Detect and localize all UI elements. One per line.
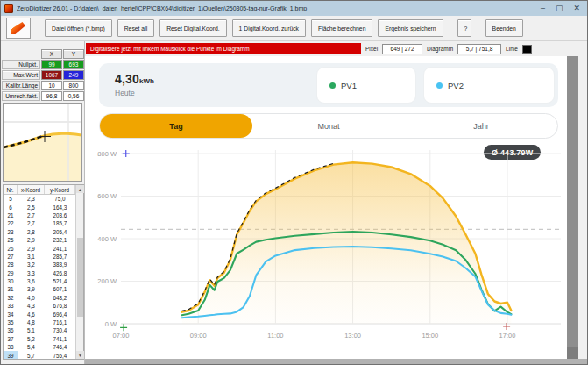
- legend-chip-pv2[interactable]: PV2: [423, 67, 555, 104]
- cell-nr: 32: [4, 294, 18, 302]
- calibration-row: Max.Wert1067249: [2, 70, 84, 80]
- scroll-down-icon[interactable]: ▼: [76, 351, 84, 359]
- reset-all-button[interactable]: Reset all: [117, 19, 154, 37]
- pv1-label: PV1: [341, 81, 357, 90]
- energy-value: 4,30: [115, 72, 139, 86]
- tab-jahr[interactable]: Jahr: [405, 114, 557, 138]
- help-button[interactable]: ?: [457, 19, 471, 37]
- cell-y-koord: 746,4: [45, 343, 75, 351]
- bottom-edge: [85, 359, 588, 365]
- app-window: ZeroDigitizer 26.01 - D:\daten\_daten_he…: [0, 0, 588, 365]
- table-row[interactable]: 313,9607,1: [4, 285, 75, 293]
- calib-row-label: Max.Wert: [2, 70, 40, 80]
- cell-nr: 30: [4, 277, 18, 285]
- save-result-button[interactable]: Ergebnis speichern: [378, 19, 443, 37]
- title-bar: ZeroDigitizer 26.01 - D:\daten\_daten_he…: [1, 1, 587, 16]
- cell-nr: 36: [4, 326, 18, 334]
- cell-nr: 35: [4, 318, 18, 326]
- table-row[interactable]: 262,9241,1: [4, 244, 75, 252]
- cell-nr: 39: [4, 351, 18, 359]
- cell-x-koord: 2,7: [18, 219, 45, 227]
- svg-text:07:00: 07:00: [113, 332, 130, 340]
- table-scrollbar[interactable]: ▲ ▼: [75, 185, 83, 359]
- status-row: Digitalisiere jetzt mit linkem Mausklick…: [86, 41, 588, 56]
- calib-value-x: 99: [41, 60, 62, 69]
- quit-button[interactable]: Beenden: [485, 19, 523, 37]
- cell-y-koord: 521,4: [45, 277, 75, 285]
- svg-text:11:00: 11:00: [267, 332, 283, 340]
- undo-one-coord-button[interactable]: 1 Digital.Koord. zurück: [232, 19, 306, 37]
- cell-y-koord: 75,0: [45, 195, 75, 203]
- energy-period: Heute: [115, 89, 154, 97]
- max-y-marker: [123, 150, 130, 157]
- table-row[interactable]: 324,0648,2: [4, 294, 75, 302]
- table-row[interactable]: 385,4746,4: [4, 343, 75, 351]
- maximize-button[interactable]: ▢: [556, 4, 563, 12]
- calib-value-x: 1067: [41, 70, 62, 80]
- table-row[interactable]: 283,2383,9: [4, 261, 75, 268]
- open-file-button[interactable]: Datei öffnen (*.bmp): [45, 19, 112, 37]
- table-row[interactable]: 252,9232,1: [4, 236, 75, 244]
- cell-y-koord: 716,1: [45, 318, 75, 326]
- diagram-label: Diagramm: [427, 46, 453, 52]
- cell-x-koord: 5,4: [18, 343, 45, 351]
- table-row[interactable]: 375,2741,1: [4, 335, 75, 343]
- cell-y-koord: 426,8: [45, 269, 75, 277]
- cell-y-koord: 232,1: [45, 236, 75, 244]
- pv-power-chart[interactable]: 800 W600 W400 W200 W0 W07:0009:0011:0013…: [87, 140, 565, 359]
- svg-text:400 W: 400 W: [97, 235, 117, 243]
- cell-y-koord: 285,7: [45, 253, 75, 261]
- cell-x-koord: 3,2: [18, 261, 45, 268]
- svg-text:13:00: 13:00: [344, 332, 361, 340]
- legend-chip-pv1[interactable]: PV1: [316, 67, 416, 104]
- cell-x-koord: 2,3: [18, 195, 45, 203]
- diagram-canvas[interactable]: 4,30kWh Heute PV1 PV2 Tag Monat Jahr Ø 4…: [85, 56, 567, 359]
- scroll-up-icon[interactable]: ▲: [76, 185, 84, 193]
- table-row[interactable]: 273,1285,7: [4, 253, 75, 261]
- table-row[interactable]: 232,8205,4: [4, 228, 75, 236]
- calibration-table: X Y Nullpkt.99693Max.Wert1067249Kalibr.L…: [2, 49, 84, 102]
- cell-x-koord: 5,1: [18, 326, 45, 334]
- svg-text:09:00: 09:00: [190, 332, 207, 340]
- image-margin-strip: [567, 56, 578, 359]
- cell-nr: 31: [4, 285, 18, 293]
- cell-nr: 26: [4, 244, 18, 252]
- minimize-button[interactable]: –: [541, 4, 545, 12]
- table-row[interactable]: 395,7755,4: [4, 351, 75, 359]
- tab-tag[interactable]: Tag: [100, 114, 252, 138]
- table-row[interactable]: 222,7185,7: [4, 219, 75, 227]
- scrollbar-thumb[interactable]: [77, 238, 83, 317]
- close-button[interactable]: ✕: [573, 4, 580, 12]
- logo-button[interactable]: [6, 18, 31, 39]
- calc-area-button[interactable]: Fläche berechnen: [311, 19, 372, 37]
- cell-nr: 27: [4, 253, 18, 261]
- table-row[interactable]: 303,6521,4: [4, 277, 75, 285]
- table-row[interactable]: 334,3676,8: [4, 302, 75, 310]
- table-row[interactable]: 365,1730,4: [4, 326, 75, 334]
- null-marker: [120, 324, 127, 331]
- table-row[interactable]: 52,375,0: [4, 195, 75, 203]
- cell-x-koord: 2,9: [18, 236, 45, 244]
- table-row[interactable]: 344,6696,4: [4, 310, 75, 318]
- cell-y-koord: 383,9: [45, 261, 75, 268]
- cell-y-koord: 607,1: [45, 285, 75, 293]
- table-row[interactable]: 62,5164,3: [4, 203, 75, 211]
- cell-y-koord: 164,3: [45, 203, 75, 211]
- table-row[interactable]: 212,7203,6: [4, 211, 75, 219]
- calib-row-label: Umrech.fakt.: [2, 91, 40, 101]
- calib-row-label: Nullpkt.: [2, 60, 40, 69]
- calib-value-x: 10: [41, 81, 62, 90]
- calib-row-label: Kalibr.Länge: [2, 81, 40, 90]
- diagram-value: 5,7 | 751,8: [457, 44, 501, 54]
- cell-x-koord: 2,9: [18, 244, 45, 252]
- cell-nr: 6: [4, 203, 18, 211]
- tab-monat[interactable]: Monat: [252, 114, 405, 138]
- table-row[interactable]: 293,3426,8: [4, 269, 75, 277]
- line-color-swatch[interactable]: [522, 45, 532, 54]
- svg-text:800 W: 800 W: [97, 150, 117, 158]
- cell-nr: 28: [4, 261, 18, 268]
- table-row[interactable]: 354,8716,1: [4, 318, 75, 326]
- calib-value-y: 249: [63, 70, 84, 80]
- points-table-body: 52,375,062,5164,3212,7203,6222,7185,7232…: [4, 195, 75, 359]
- reset-digital-coord-button[interactable]: Reset Digital.Koord.: [159, 19, 226, 37]
